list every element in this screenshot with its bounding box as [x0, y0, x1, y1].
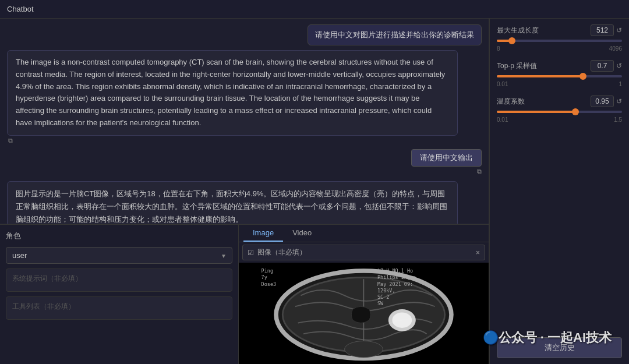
svg-text:LZ U.NO.1 Ho: LZ U.NO.1 Ho: [377, 268, 413, 274]
top-p-value[interactable]: 0.7: [591, 60, 614, 72]
temperature-value-row: 0.95 ↺: [591, 96, 622, 107]
top-p-reset-icon[interactable]: ↺: [616, 62, 622, 70]
max-length-label-row: 最大生成长度 512 ↺: [497, 24, 622, 36]
assistant-message-2: 图片显示的是一片脑CT图像，区域号为18，位置在右下角，面积大约4.9%。区域内…: [7, 181, 458, 224]
tabs-row: Image Video: [239, 225, 489, 242]
close-icon[interactable]: ×: [476, 249, 480, 257]
system-hint[interactable]: 系统提示词（非必填）: [6, 268, 232, 292]
role-label: 角色: [6, 231, 232, 241]
svg-text:Ping: Ping: [262, 268, 273, 274]
svg-text:SC 2: SC 2: [377, 294, 389, 300]
svg-text:Dose3: Dose3: [262, 281, 276, 287]
ct-image-container: Ping 7y Dose3 LZ U.NO.1 Ho Philips Ingen…: [239, 263, 489, 364]
temperature-slider[interactable]: [497, 111, 622, 113]
max-length-group: 最大生成长度 512 ↺ 8 4096: [497, 24, 622, 52]
image-panel: Image Video ☑ 图像（非必填） ×: [239, 225, 489, 364]
chinese-output-btn-row: 请使用中文输出: [0, 147, 489, 168]
temperature-range: 0.01 1.5: [497, 116, 622, 123]
svg-text:120kV,: 120kV,: [377, 288, 395, 294]
image-upload-bar: ☑ 图像（非必填） ×: [242, 245, 485, 260]
max-length-value-row: 512 ↺: [591, 24, 622, 36]
temperature-group: 温度系数 0.95 ↺ 0.01 1.5: [497, 96, 622, 123]
tab-image[interactable]: Image: [243, 225, 283, 242]
chat-bottom: 角色 user assistant system 系统提示词（非必填）: [0, 224, 489, 364]
right-panel: 最大生成长度 512 ↺ 8 4096 Top-p: [489, 19, 629, 364]
chinese-output-button[interactable]: 请使用中文输出: [411, 149, 482, 167]
user-message-1: 请使用中文对图片进行描述并给出你的诊断结果: [308, 24, 482, 45]
top-p-range: 0.01 1: [497, 81, 622, 87]
top-p-thumb[interactable]: [579, 73, 586, 80]
max-length-reset-icon[interactable]: ↺: [616, 26, 622, 34]
top-bar: Chatbot: [0, 0, 629, 19]
main-layout: 请使用中文对图片进行描述并给出你的诊断结果 The image is a non…: [0, 19, 629, 364]
svg-point-7: [392, 313, 412, 328]
role-select[interactable]: user assistant system: [6, 247, 232, 264]
ct-scan-image: Ping 7y Dose3 LZ U.NO.1 Ho Philips Ingen…: [239, 263, 489, 364]
chat-area: 请使用中文对图片进行描述并给出你的诊断结果 The image is a non…: [0, 19, 489, 364]
chinese-output-copy-icon[interactable]: ⧉: [0, 168, 489, 179]
svg-text:Philips Ingen: Philips Ingen: [377, 274, 416, 280]
tab-video[interactable]: Video: [283, 225, 321, 242]
temperature-fill: [497, 111, 575, 113]
svg-point-18: [345, 341, 383, 357]
svg-text:May 2021 09:: May 2021 09:: [377, 281, 413, 287]
top-p-slider[interactable]: [497, 75, 622, 77]
bottom-section: 角色 user assistant system 系统提示词（非必填）: [0, 224, 489, 364]
role-select-wrapper: user assistant system: [6, 247, 232, 264]
temperature-reset-icon[interactable]: ↺: [616, 97, 622, 105]
max-length-range: 8 4096: [497, 45, 622, 52]
tool-list[interactable]: 工具列表（非必填）: [6, 296, 232, 320]
app-title: Chatbot: [7, 5, 34, 13]
max-length-slider[interactable]: [497, 40, 622, 42]
clear-history-button[interactable]: 清空历史: [497, 337, 622, 358]
copy-icon-1[interactable]: ⧉: [7, 136, 482, 144]
temperature-thumb[interactable]: [572, 108, 579, 115]
top-p-group: Top-p 采样值 0.7 ↺ 0.01 1: [497, 60, 622, 87]
left-panel: 角色 user assistant system 系统提示词（非必填）: [0, 225, 239, 364]
assistant-message-1: The image is a non-contrast computed tom…: [7, 50, 458, 136]
top-p-label-row: Top-p 采样值 0.7 ↺: [497, 60, 622, 72]
top-p-value-row: 0.7 ↺: [591, 60, 622, 72]
max-length-thumb[interactable]: [508, 37, 515, 44]
max-length-value[interactable]: 512: [591, 24, 614, 36]
top-p-fill: [497, 75, 583, 77]
svg-text:SW: SW: [377, 301, 384, 306]
temperature-label-row: 温度系数 0.95 ↺: [497, 96, 622, 107]
svg-text:7y: 7y: [262, 274, 267, 280]
chat-messages: 请使用中文对图片进行描述并给出你的诊断结果 The image is a non…: [0, 19, 489, 224]
temperature-value[interactable]: 0.95: [591, 96, 614, 107]
